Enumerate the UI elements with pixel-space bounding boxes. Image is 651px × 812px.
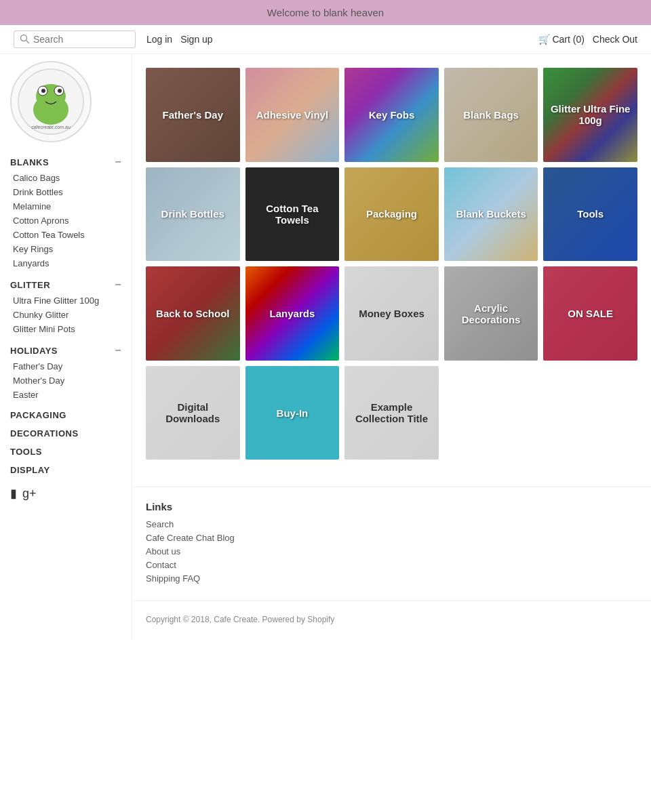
cart-count: (0) (573, 34, 585, 45)
sidebar-item-chunky-glitter[interactable]: Chunky Glitter (10, 308, 121, 322)
sidebar-item-calico-bags[interactable]: Calico Bags (10, 171, 121, 185)
svg-point-0 (21, 35, 27, 41)
link-contact[interactable]: Contact (146, 560, 637, 570)
blanks-items: Calico Bags Drink Bottles Melamine Cotto… (10, 171, 121, 270)
glitter-toggle[interactable]: − (115, 279, 121, 291)
tile-label-lanyards: Lanyards (245, 266, 340, 361)
sidebar-social: ▮ g+ (10, 486, 121, 501)
blanks-label: BLANKS (10, 157, 49, 167)
sidebar-item-ultra-fine-glitter[interactable]: Ultra Fine Glitter 100g (10, 293, 121, 308)
search-input[interactable] (33, 34, 128, 45)
footer-text: Copyright © 2018, Cafe Create. Powered b… (146, 615, 334, 624)
sidebar-item-drink-bottles[interactable]: Drink Bottles (10, 185, 121, 199)
glitter-items: Ultra Fine Glitter 100g Chunky Glitter G… (10, 293, 121, 336)
svg-text:cafecreate.com.au: cafecreate.com.au (31, 125, 71, 129)
tile-label-acrylic-decorations: Acrylic Decorations (444, 266, 538, 361)
tile-label-cotton-tea-towels: Cotton Tea Towels (245, 167, 340, 262)
tile-fathers-day[interactable]: Father's Day (146, 68, 240, 162)
tile-back-to-school[interactable]: Back to School (146, 266, 240, 361)
svg-line-1 (26, 41, 30, 44)
sidebar-item-melamine[interactable]: Melamine (10, 199, 121, 214)
links-section: Links SearchCafe Create Chat BlogAbout u… (132, 487, 651, 594)
nav-right: 🛒 Cart (0) Check Out (538, 34, 638, 45)
tile-label-buy-in: Buy-In (245, 366, 340, 460)
footer: Copyright © 2018, Cafe Create. Powered b… (132, 601, 651, 638)
signup-link[interactable]: Sign up (180, 34, 212, 45)
tile-label-drink-bottles: Drink Bottles (146, 167, 240, 262)
links-heading: Links (146, 501, 637, 512)
holidays-items: Father's Day Mother's Day Easter (10, 359, 121, 402)
sidebar-section-decorations[interactable]: DECORATIONS (10, 428, 121, 439)
sidebar-section-display[interactable]: DISPLAY (10, 465, 121, 475)
tile-acrylic-decorations[interactable]: Acrylic Decorations (444, 266, 538, 361)
tile-blank-bags[interactable]: Blank Bags (444, 68, 538, 162)
sidebar-section-glitter-header[interactable]: GLITTER − (10, 279, 121, 291)
tile-key-fobs[interactable]: Key Fobs (344, 68, 439, 162)
cart-icon: 🛒 (538, 34, 550, 45)
tile-glitter-ultra-fine[interactable]: Glitter Ultra Fine 100g (543, 68, 637, 162)
holidays-label: HOLIDAYS (10, 346, 58, 356)
sidebar-item-fathers-day[interactable]: Father's Day (10, 359, 121, 373)
tile-label-tools: Tools (543, 167, 637, 262)
tile-label-example-collection: Example Collection Title (344, 366, 439, 460)
tile-example-collection[interactable]: Example Collection Title (344, 366, 439, 460)
link-cafe-create-chat-blog[interactable]: Cafe Create Chat Blog (146, 533, 637, 543)
google-plus-icon[interactable]: g+ (22, 487, 37, 501)
tile-tools[interactable]: Tools (543, 167, 637, 262)
banner-text: Welcome to blank heaven (267, 7, 384, 18)
sidebar-item-glitter-mini-pots[interactable]: Glitter Mini Pots (10, 322, 121, 336)
product-grid: Father's DayAdhesive VinylKey FobsBlank … (146, 68, 637, 460)
link-search[interactable]: Search (146, 519, 637, 529)
tile-label-packaging: Packaging (344, 167, 439, 262)
link-shipping-faq[interactable]: Shipping FAQ (146, 573, 637, 584)
sidebar-section-holidays-header[interactable]: HOLIDAYS − (10, 344, 121, 357)
tile-label-blank-buckets: Blank Buckets (444, 167, 538, 262)
holidays-toggle[interactable]: − (115, 344, 121, 357)
sidebar-section-tools[interactable]: TOOLS (10, 447, 121, 457)
sidebar-item-key-rings[interactable]: Key Rings (10, 242, 121, 256)
tile-drink-bottles[interactable]: Drink Bottles (146, 167, 240, 262)
sidebar-item-lanyards[interactable]: Lanyards (10, 256, 121, 270)
tile-on-sale[interactable]: ON SALE (543, 266, 637, 361)
tile-lanyards[interactable]: Lanyards (245, 266, 340, 361)
tile-label-fathers-day: Father's Day (146, 68, 240, 162)
glitter-label: GLITTER (10, 280, 50, 290)
sidebar-section-blanks-header[interactable]: BLANKS − (10, 156, 121, 168)
tile-label-blank-bags: Blank Bags (444, 68, 538, 162)
sidebar-item-easter[interactable]: Easter (10, 388, 121, 402)
tile-money-boxes[interactable]: Money Boxes (344, 266, 439, 361)
nav-bar: Log in Sign up 🛒 Cart (0) Check Out (0, 25, 651, 54)
sidebar-section-packaging[interactable]: PACKAGING (10, 410, 121, 420)
checkout-link[interactable]: Check Out (593, 34, 637, 45)
link-about-us[interactable]: About us (146, 546, 637, 556)
main-wrap: cafecreate.com.au BLANKS − Calico Bags D… (0, 54, 651, 638)
sidebar-item-cotton-tea-towels[interactable]: Cotton Tea Towels (10, 228, 121, 242)
svg-point-8 (58, 89, 62, 93)
tile-label-on-sale: ON SALE (543, 266, 637, 361)
cart-link[interactable]: 🛒 Cart (0) (538, 34, 585, 45)
search-icon (20, 34, 31, 45)
tile-packaging[interactable]: Packaging (344, 167, 439, 262)
content-area: Father's DayAdhesive VinylKey FobsBlank … (132, 54, 651, 473)
tile-adhesive-vinyl[interactable]: Adhesive Vinyl (245, 68, 340, 162)
tile-digital-downloads[interactable]: Digital Downloads (146, 366, 240, 460)
tile-label-money-boxes: Money Boxes (344, 266, 439, 361)
tile-buy-in[interactable]: Buy-In (245, 366, 340, 460)
facebook-icon[interactable]: ▮ (10, 486, 17, 501)
sidebar-item-mothers-day[interactable]: Mother's Day (10, 373, 121, 388)
content-column: Father's DayAdhesive VinylKey FobsBlank … (132, 54, 651, 638)
tile-label-digital-downloads: Digital Downloads (146, 366, 240, 460)
tile-label-adhesive-vinyl: Adhesive Vinyl (245, 68, 340, 162)
logo-image: cafecreate.com.au (10, 61, 92, 142)
login-link[interactable]: Log in (146, 34, 172, 45)
tile-label-key-fobs: Key Fobs (344, 68, 439, 162)
tile-blank-buckets[interactable]: Blank Buckets (444, 167, 538, 262)
blanks-toggle[interactable]: − (115, 156, 121, 168)
tile-cotton-tea-towels[interactable]: Cotton Tea Towels (245, 167, 340, 262)
links-list: SearchCafe Create Chat BlogAbout usConta… (146, 519, 637, 584)
nav-links: Log in Sign up (146, 34, 213, 45)
search-bar[interactable] (14, 31, 136, 48)
tile-label-back-to-school: Back to School (146, 266, 240, 361)
svg-point-7 (41, 89, 45, 93)
sidebar-item-cotton-aprons[interactable]: Cotton Aprons (10, 214, 121, 228)
